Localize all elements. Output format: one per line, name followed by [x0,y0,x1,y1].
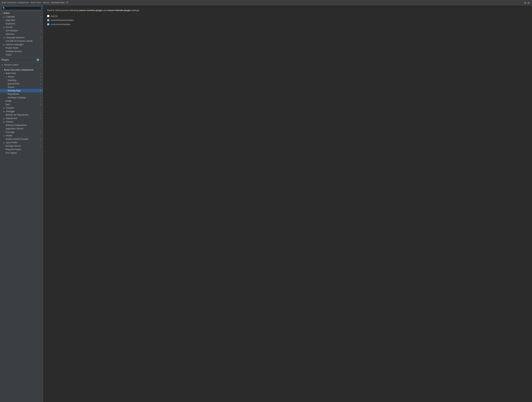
top-bar: Build, Execution, Deployment › Build Too… [0,0,532,5]
sidebar-item-repositories[interactable]: Repositories ⚙ [0,92,43,96]
sidebar-item-run-targets[interactable]: Run Targets [0,151,43,155]
package-search-label: Package Search [3,145,40,147]
argline-checkbox[interactable] [47,15,49,17]
sidebar-item-remote-jar[interactable]: Remote Jar Repositories ⚙ [0,113,43,117]
expand-icon: ▶ [3,107,5,109]
gui-designer-label: GUI Designer [3,29,40,32]
system-property-variables-label: systemPropertyVariables [51,19,74,21]
description-suffix: settings: [131,9,140,12]
sidebar-item-inlay-hints[interactable]: Inlay Hints ⚙ [0,19,43,22]
search-input[interactable] [1,6,41,10]
breadcrumb-item-bed[interactable]: Build, Execution, Deployment [2,1,29,4]
gear-icon: ⚙ [40,138,41,140]
sidebar: ▼ Editor ▶ Copyright ⚙ Inlay Hints ⚙ Dup… [0,5,43,402]
sidebar-item-build-tools[interactable]: ▼ Build Tools ⚙ [0,72,43,75]
sidebar-item-todo[interactable]: TODO [0,53,43,56]
gear-icon: ⚙ [40,145,41,147]
forward-button[interactable]: ▶ [527,1,530,4]
gradle-label: Gradle [5,100,40,102]
collapse-icon: ▼ [5,76,7,78]
sidebar-item-debugger[interactable]: ▶ Debugger [0,110,43,113]
expand-icon: ▶ [3,142,5,144]
running-tests-label: Running Tests [8,89,40,92]
sidebar-item-maven[interactable]: ▼ Maven ⚙ [0,75,43,79]
sidebar-item-duplicates[interactable]: Duplicates [0,22,43,25]
breadcrumb-item-maven[interactable]: Maven [43,1,49,4]
collapse-icon: ▼ [1,69,3,71]
runner-label: Runner [8,86,40,88]
breadcrumb-sep-2: › [42,1,42,4]
sidebar-item-gradle-android[interactable]: Gradle-Android Compiler ⚙ [0,137,43,141]
gear-icon: ⚙ [40,131,41,133]
breadcrumb-item-running-tests[interactable]: Running Tests [51,1,65,4]
plugin1-label: maven-surefire-plugin [79,9,103,12]
duplicates-label: Duplicates [3,23,41,25]
sidebar-item-reader-mode[interactable]: Reader Mode ⚙ [0,46,43,50]
plugins-badge: 5 [37,59,39,61]
environment-variables-checkbox[interactable] [47,23,49,25]
sidebar-item-plugins[interactable]: Plugins 5 ⚙ [0,58,43,62]
sidebar-item-bed[interactable]: ▼ Build, Execution, Deployment [0,68,43,72]
android-label: Android [6,121,41,123]
plugins-label: Plugins [1,59,37,61]
textmate-label: TextMate Bundles [3,50,41,53]
run-targets-label: Run Targets [3,152,41,154]
breadcrumb: Build, Execution, Deployment › Build Too… [2,1,68,4]
pin-icon: 📌 [66,1,68,4]
deployment-label: Deployment [6,117,40,119]
sidebar-item-language-injections[interactable]: ▶ Language Injections ⚙ [0,36,43,39]
sidebar-item-running-tests[interactable]: Running Tests ⚙ [0,89,43,92]
java-profiler-label: Java Profiler [6,141,41,144]
expand-icon: ▶ [3,111,5,112]
sidebar-item-intentions[interactable]: Intentions [0,32,43,36]
editor-label: Editor [4,12,10,14]
gear-icon: ⚙ [40,47,41,49]
sidebar-item-android[interactable]: ▶ Android [0,120,43,124]
sidebar-item-editor[interactable]: ▼ Editor [0,11,43,15]
breadcrumb-item-build-tools[interactable]: Build Tools [31,1,41,4]
gear-icon: ⚙ [40,104,41,105]
language-injections-label: Language Injections [6,36,40,39]
gear-icon: ⚙ [40,79,41,81]
sidebar-item-gant[interactable]: Gant ⚙ [0,103,43,106]
sidebar-item-compiler[interactable]: ▶ Compiler [0,106,43,110]
sidebar-item-copyright[interactable]: ▶ Copyright ⚙ [0,15,43,19]
sidebar-item-runner[interactable]: Runner ⚙ [0,86,43,89]
argline-label: argLine [51,15,58,17]
system-property-variables-checkbox[interactable] [47,19,49,21]
sidebar-item-docker[interactable]: ▶ Docker [0,134,43,137]
app-servers-label: Application Servers [3,128,41,130]
required-plugins-label: Required Plugins [3,148,41,151]
expand-icon: ▶ [3,37,5,39]
sidebar-item-app-servers[interactable]: Application Servers [0,127,43,130]
sidebar-item-natural-languages[interactable]: ▶ Natural Languages [0,43,43,46]
sidebar-item-emmet[interactable]: ▶ Emmet [0,25,43,29]
breadcrumb-sep-3: › [50,1,51,4]
sidebar-item-coverage[interactable]: Coverage ⚙ [0,130,43,134]
sidebar-item-java-profiler[interactable]: ▶ Java Profiler [0,141,43,144]
compiler-label: Compiler [6,107,41,109]
sidebar-item-version-control[interactable]: ▶ Version Control ⚙ [0,63,43,67]
sidebar-item-android-configs[interactable]: Android Configurations [0,124,43,127]
gear-icon: ⚙ [40,83,41,85]
gear-icon: ⚙ [40,16,41,18]
expand-icon: ▶ [3,118,5,119]
gear-icon: ⚙ [40,59,41,61]
sidebar-item-package-search[interactable]: Package Search ⚙ [0,144,43,148]
back-button[interactable]: ◀ [523,1,526,4]
sidebar-item-deployment[interactable]: ▶ Deployment ⚙ [0,117,43,120]
build-tools-label: Build Tools [6,72,40,74]
environment-variables-label: environmentVariables [51,23,71,26]
sidebar-item-textmate[interactable]: TextMate Bundles [0,50,43,53]
sidebar-item-live-edit[interactable]: Live Edit of Compose Literals [0,39,43,43]
sidebar-item-importing[interactable]: Importing ⚙ [0,79,43,82]
sidebar-item-required-plugins[interactable]: Required Plugins [0,148,43,151]
sidebar-item-gui-designer[interactable]: GUI Designer ⚙ [0,29,43,32]
chevron-down-icon: ▼ [1,12,3,14]
checkbox-row-system-properties: systemPropertyVariables [47,19,528,21]
sidebar-item-ignored-files[interactable]: Ignored Files ⚙ [0,82,43,86]
expand-icon: ▶ [3,135,5,137]
sidebar-item-gradle[interactable]: Gradle ⚙ [0,99,43,103]
sidebar-item-archetype-catalogs[interactable]: Archetype Catalogs ⚙ [0,96,43,99]
expand-icon: ▶ [3,26,5,28]
